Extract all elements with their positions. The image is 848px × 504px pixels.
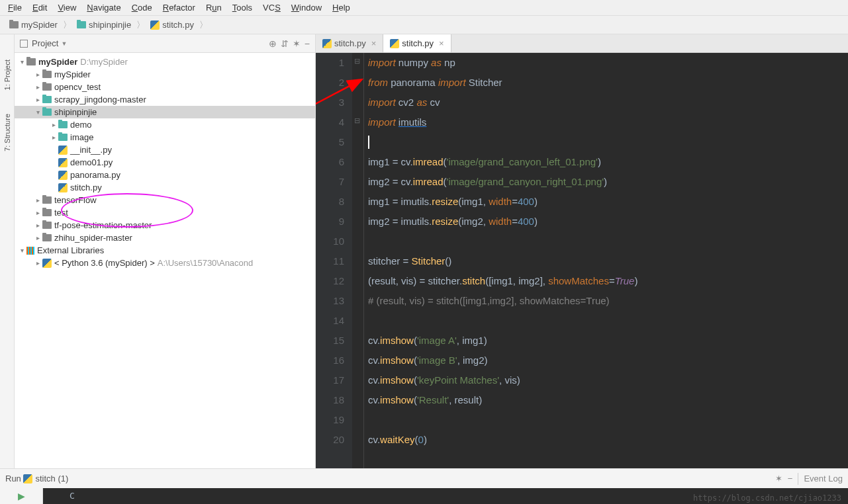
tree-item[interactable]: demo01.py	[15, 156, 315, 169]
menu-refactor[interactable]: Refactor	[158, 1, 201, 14]
tree-arrow[interactable]: ▸	[33, 234, 42, 241]
event-log-tab[interactable]: Event Log	[804, 474, 843, 483]
breadcrumb-folder[interactable]: shipinpinjie	[73, 19, 135, 31]
collapse-icon[interactable]: ⇵	[281, 38, 289, 49]
python-icon	[58, 146, 68, 155]
menu-file[interactable]: File	[3, 1, 27, 14]
menu-edit[interactable]: Edit	[27, 1, 52, 14]
python-icon	[322, 39, 332, 48]
tree-item[interactable]: panorama.py	[15, 169, 315, 181]
code-line[interactable]	[368, 132, 848, 152]
tree-item[interactable]: ▸tf-pose-estimation-master	[15, 219, 315, 231]
code-line[interactable]: cv.imshow('keyPoint Matches', vis)	[368, 370, 848, 390]
main-area: 1: Project 7: Structure Project▼ ⊕ ⇵ ✶ −…	[0, 34, 848, 468]
tree-item[interactable]: ▸tensorFlow	[15, 194, 315, 206]
hide-icon[interactable]: −	[788, 474, 793, 483]
toolwindow-structure-tab[interactable]: 7: Structure	[2, 108, 13, 157]
code-line[interactable]: (result, vis) = stitcher.stitch([img1, i…	[368, 271, 848, 291]
code-line[interactable]: img1 = cv.imread('image/grand_canyon_lef…	[368, 152, 848, 172]
code-line[interactable]: img2 = cv.imread('image/grand_canyon_rig…	[368, 172, 848, 192]
tree-arrow[interactable]: ▸	[49, 121, 58, 128]
menu-vcs[interactable]: VCS	[258, 1, 286, 14]
gear-icon[interactable]: ✶	[775, 474, 782, 483]
code-line[interactable]: cv.imshow('image B', img2)	[368, 351, 848, 370]
code-line[interactable]: img1 = imutils.resize(img1, width=400)	[368, 192, 848, 212]
tree-arrow[interactable]: ▸	[33, 71, 42, 78]
breadcrumb-root[interactable]: mySpider	[5, 19, 62, 31]
terminal-text: C	[43, 488, 75, 504]
folder-icon	[58, 121, 68, 128]
tree-external[interactable]: ▾ External Libraries	[15, 244, 315, 257]
menu-help[interactable]: Help	[327, 1, 355, 14]
code-line[interactable]	[368, 231, 848, 251]
left-toolwindow-bar: 1: Project 7: Structure	[0, 34, 15, 468]
tree-arrow[interactable]: ▸	[33, 96, 42, 103]
editor-tab[interactable]: stitch.py×	[383, 34, 451, 52]
tree-item[interactable]: ▸image	[15, 131, 315, 144]
libraries-icon	[26, 247, 34, 255]
close-icon[interactable]: ×	[371, 38, 377, 48]
breadcrumb-file[interactable]: stitch.py	[146, 19, 198, 31]
panel-title[interactable]: Project▼	[32, 38, 67, 48]
hide-icon[interactable]: −	[305, 38, 310, 49]
code-line[interactable]: stitcher = Stitcher()	[368, 251, 848, 271]
code-line[interactable]: from panorama import Stitcher	[368, 73, 848, 93]
code-line[interactable]: # (result, vis) = stitch([img1,img2], sh…	[368, 291, 848, 311]
code-line[interactable]: import imutils	[368, 112, 848, 132]
tree-python-env[interactable]: ▸ < Python 3.6 (mySpider) > A:\Users\157…	[15, 257, 315, 269]
tree-item[interactable]: ▸test	[15, 206, 315, 219]
menu-code[interactable]: Code	[126, 1, 158, 14]
code-line[interactable]: cv.waitKey(0)	[368, 430, 848, 450]
menu-navigate[interactable]: Navigate	[81, 1, 126, 14]
run-toolwindow-header: Run stitch (1) ✶ − Event Log	[0, 468, 848, 488]
menu-run[interactable]: Run	[201, 1, 227, 14]
menu-view[interactable]: View	[52, 1, 81, 14]
tree-arrow[interactable]: ▸	[33, 83, 42, 91]
python-icon	[58, 183, 68, 192]
gear-icon[interactable]: ✶	[293, 38, 301, 49]
code-line[interactable]: cv.imshow('image A', img1)	[368, 331, 848, 351]
project-panel-header: Project▼ ⊕ ⇵ ✶ −	[15, 34, 315, 53]
tree-item[interactable]: ▸zhihu_spider-master	[15, 231, 315, 244]
python-icon	[58, 171, 68, 180]
project-tree[interactable]: ▾ mySpider D:\mySpider ▸mySpider▸opencv_…	[15, 53, 315, 468]
fold-column[interactable]: ⊟ ⊟	[352, 53, 364, 468]
run-output: ▶ C	[0, 488, 848, 504]
tree-item[interactable]: ▸demo	[15, 118, 315, 131]
code-line[interactable]: img2 = imutils.resize(img2, width=400)	[368, 212, 848, 231]
tree-arrow[interactable]: ▸	[33, 209, 42, 216]
tree-root[interactable]: ▾ mySpider D:\mySpider	[15, 56, 315, 68]
rerun-button[interactable]: ▶	[0, 488, 43, 504]
chevron-icon: 〉	[199, 19, 208, 31]
target-icon[interactable]: ⊕	[269, 38, 277, 49]
menu-window[interactable]: Window	[286, 1, 327, 14]
code-line[interactable]	[368, 410, 848, 430]
menu-tools[interactable]: Tools	[227, 1, 258, 14]
code-line[interactable]: cv.imshow('Result', result)	[368, 390, 848, 410]
folder-icon	[42, 234, 52, 241]
tree-item[interactable]: ▸opencv_test	[15, 81, 315, 93]
tree-item[interactable]: __init__.py	[15, 144, 315, 156]
tree-item[interactable]: stitch.py	[15, 181, 315, 194]
tree-arrow[interactable]: ▸	[33, 196, 42, 204]
editor-tab[interactable]: stitch.py×	[316, 34, 383, 52]
code-line[interactable]: import cv2 as cv	[368, 93, 848, 112]
code-editor[interactable]: 1234567891011121314151617181920 ⊟ ⊟ impo…	[316, 53, 848, 468]
line-gutter[interactable]: 1234567891011121314151617181920	[316, 53, 352, 468]
code-line[interactable]	[368, 311, 848, 331]
tree-arrow[interactable]: ▾	[33, 108, 42, 116]
chevron-icon: 〉	[136, 19, 145, 31]
code-line[interactable]: import numpy as np	[368, 53, 848, 73]
close-icon[interactable]: ×	[439, 38, 444, 48]
editor-tabs: stitch.py×stitch.py×	[316, 34, 848, 53]
tree-item[interactable]: ▾shipinpinjie	[15, 106, 315, 118]
code-content[interactable]: import numpy as npfrom panorama import S…	[364, 53, 848, 468]
run-tab[interactable]: Run stitch (1)	[5, 474, 68, 483]
toolwindow-project-tab[interactable]: 1: Project	[2, 54, 13, 95]
tree-arrow[interactable]: ▸	[33, 222, 42, 229]
project-panel: Project▼ ⊕ ⇵ ✶ − ▾ mySpider D:\mySpider …	[15, 34, 316, 468]
tree-item[interactable]: ▸scrapy_jingdong-master	[15, 93, 315, 106]
tree-arrow[interactable]: ▸	[49, 134, 58, 141]
tree-item[interactable]: ▸mySpider	[15, 68, 315, 81]
chevron-icon: 〉	[63, 19, 71, 31]
